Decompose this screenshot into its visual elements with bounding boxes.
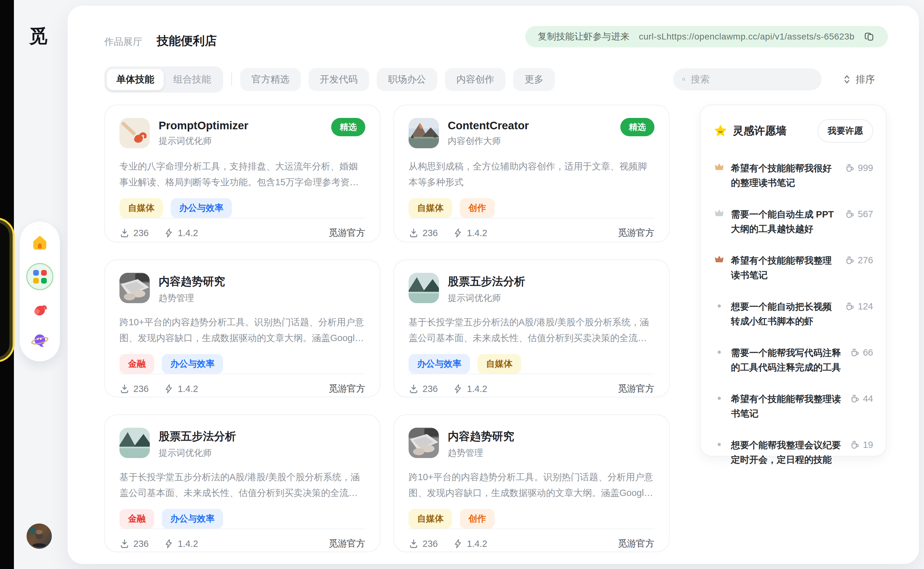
share-banner-label: 复制技能让虾参与进来 bbox=[538, 30, 629, 43]
downloads-count: 236 bbox=[133, 384, 149, 394]
publisher: 觅游官方 bbox=[329, 382, 365, 395]
cup-icon bbox=[845, 163, 855, 173]
divider bbox=[231, 73, 232, 86]
wish-list: 希望有个技能能帮我很好的整理读书笔记 999 需要一个能自动生成 PPT 大纲的… bbox=[713, 161, 873, 467]
wish-count-value: 44 bbox=[863, 394, 873, 404]
sidebar-item-home[interactable] bbox=[31, 234, 49, 251]
downloads-stat: 236 bbox=[119, 539, 149, 549]
skill-title: 内容趋势研究 bbox=[448, 429, 514, 444]
copy-icon[interactable] bbox=[864, 31, 875, 43]
skill-description: 基于长投学堂五步分析法的A股/港股/美股个股分析系统，涵盖公司基本面、未来成长性… bbox=[409, 314, 655, 346]
version-number: 1.4.2 bbox=[178, 384, 198, 394]
bullet-dot-icon bbox=[713, 438, 725, 446]
skill-description: 专业的八字命理分析工具，支持排盘、大运流年分析、婚姻事业解读、格局判断等专业功能… bbox=[119, 158, 365, 190]
skill-subtitle: 提示词优化师 bbox=[159, 447, 236, 459]
skill-title: 股票五步法分析 bbox=[159, 429, 236, 444]
publisher: 觅游官方 bbox=[329, 227, 365, 239]
skill-tags: 自媒体 办公与效率 bbox=[119, 198, 365, 218]
skill-card-footer: 236 1.4.2 觅游官方 bbox=[409, 374, 655, 395]
skill-card-promptoptimizer[interactable]: PromptOptimizer 提示词优化师 精选 专业的八字命理分析工具，支持… bbox=[104, 105, 380, 242]
wish-text: 想要一个能自动把长视频转成小红书脚本的虾 bbox=[731, 299, 839, 329]
wish-text: 想要个能帮我整理会议纪要定时开会，定日程的技能 bbox=[731, 438, 844, 467]
sidebar-item-skill-store[interactable] bbox=[26, 263, 53, 290]
wish-text: 希望有个技能能帮我整理读书笔记 bbox=[731, 253, 839, 282]
skill-subtitle: 提示词优化师 bbox=[159, 135, 248, 147]
tag: 自媒体 bbox=[477, 354, 521, 374]
downloads-stat: 236 bbox=[409, 228, 438, 238]
filter-content-creation[interactable]: 内容创作 bbox=[445, 68, 506, 91]
wish-item[interactable]: 需要一个能帮我写代码注释的工具代码注释完成的工具 66 bbox=[713, 345, 873, 374]
wish-text: 希望有个技能能帮我整理读书笔记 bbox=[731, 392, 844, 421]
sidebar-item-planet-chat[interactable] bbox=[31, 332, 49, 349]
wish-item[interactable]: 想要个能帮我整理会议纪要定时开会，定日程的技能 19 bbox=[713, 438, 873, 467]
wish-item[interactable]: 希望有个技能能帮我整理读书笔记 44 bbox=[713, 392, 873, 421]
side-dock bbox=[20, 221, 60, 362]
user-avatar[interactable] bbox=[27, 523, 52, 549]
tag: 办公与效率 bbox=[409, 354, 470, 374]
skill-subtitle: 趋势管理 bbox=[448, 447, 514, 459]
skill-description: 基于长投学堂五步分析法的A股/港股/美股个股分析系统，涵盖公司基本面、未来成长性… bbox=[119, 469, 365, 501]
tab-single-skill[interactable]: 单体技能 bbox=[107, 69, 164, 90]
skill-description: 跨10+平台的内容趋势分析工具。识别热门话题、分析用户意图、发现内容缺口，生成数… bbox=[119, 314, 365, 346]
skill-description: 从构思到成稿，全方位辅助内容创作，适用于文章、视频脚本等多种形式 bbox=[409, 158, 655, 190]
wish-count-value: 66 bbox=[863, 347, 873, 358]
skill-card-stock-analysis-2[interactable]: 股票五步法分析 提示词优化师 基于长投学堂五步分析法的A股/港股/美股个股分析系… bbox=[104, 414, 380, 552]
tag: 金融 bbox=[119, 509, 154, 528]
lightning-icon bbox=[453, 228, 463, 238]
hand-claw-thumbnail bbox=[119, 118, 150, 148]
skill-subtitle: 趋势管理 bbox=[159, 292, 225, 304]
wish-item[interactable]: 希望有个技能能帮我整理读书笔记 276 bbox=[713, 253, 873, 282]
skill-tags: 金融 办公与效率 bbox=[119, 509, 365, 528]
sort-control[interactable]: 排序 bbox=[842, 73, 875, 86]
download-icon bbox=[409, 384, 419, 394]
downloads-stat: 236 bbox=[119, 228, 149, 238]
skill-subtitle: 提示词优化师 bbox=[448, 292, 525, 304]
version-stat: 1.4.2 bbox=[164, 384, 198, 394]
download-icon bbox=[119, 228, 129, 238]
skill-cards-grid: PromptOptimizer 提示词优化师 精选 专业的八字命理分析工具，支持… bbox=[104, 105, 670, 552]
filter-workplace[interactable]: 职场办公 bbox=[377, 68, 437, 91]
bullet-dot-icon bbox=[713, 299, 725, 307]
mountain-lake-thumbnail bbox=[409, 273, 439, 303]
tag: 创作 bbox=[460, 509, 495, 528]
search-input[interactable] bbox=[691, 74, 813, 85]
breadcrumb[interactable]: 作品展厅 bbox=[104, 35, 142, 49]
cup-icon bbox=[845, 209, 855, 219]
skill-card-contentcreator[interactable]: ContentCreator 内容创作大师 精选 从构思到成稿，全方位辅助内容创… bbox=[394, 105, 670, 242]
tab-combo-skill[interactable]: 组合技能 bbox=[164, 69, 220, 90]
filter-more[interactable]: 更多 bbox=[513, 68, 555, 91]
wish-count: 999 bbox=[845, 161, 873, 173]
skill-card-content-trend[interactable]: 内容趋势研究 趋势管理 跨10+平台的内容趋势分析工具。识别热门话题、分析用户意… bbox=[104, 260, 380, 397]
wish-item[interactable]: 需要一个能自动生成 PPT 大纲的工具越快越好 567 bbox=[713, 207, 873, 236]
wish-text: 需要一个能帮我写代码注释的工具代码注释完成的工具 bbox=[731, 345, 844, 374]
yellow-ring-ornament bbox=[0, 218, 15, 362]
mountain-sunset-thumbnail bbox=[409, 118, 439, 148]
app-logo: 觅 bbox=[29, 24, 48, 49]
lightning-icon bbox=[164, 539, 174, 549]
cup-icon bbox=[850, 348, 860, 358]
wish-item[interactable]: 想要一个能自动把长视频转成小红书脚本的虾 124 bbox=[713, 299, 873, 329]
download-icon bbox=[119, 384, 129, 394]
sidebar-item-glove[interactable] bbox=[31, 302, 49, 320]
make-wish-button[interactable]: 我要许愿 bbox=[818, 119, 873, 143]
page-title: 技能便利店 bbox=[157, 33, 217, 49]
wish-item[interactable]: 希望有个技能能帮我很好的整理读书笔记 999 bbox=[713, 161, 873, 190]
skill-card-content-trend-2[interactable]: 内容趋势研究 趋势管理 跨10+平台的内容趋势分析工具。识别热门话题、分析用户意… bbox=[394, 414, 670, 552]
search-box[interactable] bbox=[673, 68, 822, 90]
skill-tags: 办公与效率 自媒体 bbox=[409, 354, 655, 374]
share-banner[interactable]: 复制技能让虾参与进来 curl-sLhttps://openclawmp.cc/… bbox=[525, 26, 888, 47]
version-number: 1.4.2 bbox=[178, 228, 198, 238]
featured-badge: 精选 bbox=[331, 118, 365, 136]
home-icon bbox=[31, 234, 49, 251]
filter-dev-code[interactable]: 开发代码 bbox=[309, 68, 369, 91]
bullet-dot-icon bbox=[713, 392, 725, 400]
wish-text: 需要一个能自动生成 PPT 大纲的工具越快越好 bbox=[731, 207, 839, 236]
filter-official[interactable]: 官方精选 bbox=[240, 68, 301, 91]
version-number: 1.4.2 bbox=[467, 384, 487, 394]
skill-card-stock-analysis[interactable]: 股票五步法分析 提示词优化师 基于长投学堂五步分析法的A股/港股/美股个股分析系… bbox=[394, 260, 670, 397]
tag: 自媒体 bbox=[409, 198, 452, 218]
skill-tags: 金融 办公与效率 bbox=[119, 354, 365, 374]
downloads-count: 236 bbox=[422, 384, 438, 394]
version-stat: 1.4.2 bbox=[453, 384, 487, 394]
wish-wall-title: 灵感许愿墙 bbox=[733, 123, 787, 138]
